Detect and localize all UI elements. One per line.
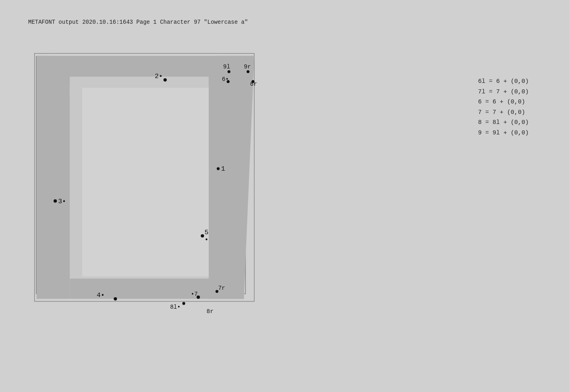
svg-point-21 — [114, 297, 117, 300]
header-text: METAFONT output 2020.10.16:1643 Page 1 C… — [28, 19, 248, 25]
svg-text:5: 5 — [204, 229, 208, 236]
svg-text:9l: 9l — [223, 64, 230, 70]
eq-line-4: 7 = 7 + (0,0) — [478, 107, 529, 118]
svg-point-27 — [182, 302, 185, 305]
svg-point-4 — [163, 78, 167, 81]
svg-text:7r: 7r — [218, 285, 225, 291]
glyph-canvas: 2• 9l 9r 6• 6r 1 3• 5 • 4• •7 7r 8l• 8r — [24, 44, 298, 318]
svg-text:1: 1 — [221, 165, 225, 173]
svg-text:3•: 3• — [58, 198, 66, 205]
sidebar-equations: 6l = 6 + (0,0) 7l = 7 + (0,0) 6 = 6 + (0… — [478, 76, 529, 138]
svg-point-11 — [227, 80, 229, 83]
eq-line-2: 7l = 7 + (0,0) — [478, 87, 529, 97]
svg-point-16 — [54, 199, 57, 202]
svg-text:4•: 4• — [97, 291, 105, 299]
eq-line-5: 8 = 8l + (0,0) — [478, 118, 529, 128]
svg-point-13 — [252, 80, 254, 83]
eq-line-1: 6l = 6 + (0,0) — [478, 76, 529, 87]
svg-point-18 — [201, 234, 204, 237]
svg-text:•7: •7 — [191, 291, 198, 297]
svg-point-9 — [247, 70, 249, 73]
svg-text:9r: 9r — [244, 64, 251, 70]
svg-text:8l•: 8l• — [170, 304, 181, 310]
eq-line-6: 9 = 9l + (0,0) — [478, 128, 529, 138]
svg-point-7 — [227, 70, 230, 73]
eq-line-3: 6 = 6 + (0,0) — [478, 97, 529, 107]
svg-text:•: • — [204, 236, 208, 243]
svg-text:8r: 8r — [206, 308, 213, 315]
svg-point-14 — [217, 167, 220, 170]
svg-text:2•: 2• — [155, 72, 163, 80]
svg-rect-3 — [82, 88, 208, 276]
